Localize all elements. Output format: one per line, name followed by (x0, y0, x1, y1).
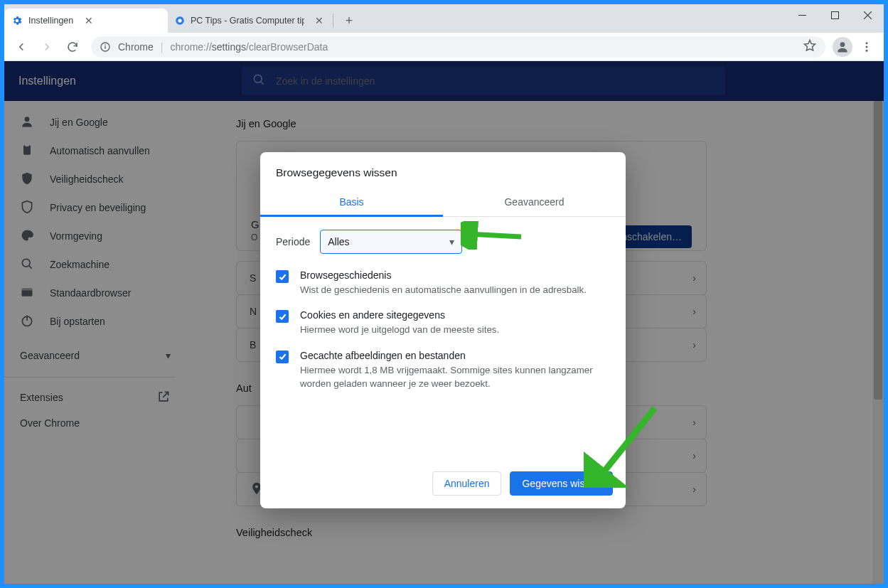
svg-point-11 (866, 46, 868, 48)
time-range-value: Alles (328, 236, 349, 247)
clear-browsing-data-dialog: Browsegegevens wissen Basis Geavanceerd … (260, 152, 626, 508)
back-button[interactable] (10, 36, 33, 58)
maximize-button[interactable] (818, 4, 851, 26)
svg-point-1 (178, 18, 181, 22)
tab-settings[interactable]: Instellingen ✕ (4, 9, 168, 33)
secure-chip: Chrome (118, 41, 154, 53)
svg-point-12 (866, 49, 868, 51)
option-cookies[interactable]: Cookies en andere sitegegevens Hiermee w… (276, 309, 610, 336)
option-desc: Wist de geschiedenis en automatische aan… (300, 283, 587, 296)
site-favicon-icon (175, 15, 185, 26)
profile-avatar[interactable] (833, 37, 852, 57)
dialog-tabs: Basis Geavanceerd (260, 189, 626, 217)
tab-basic[interactable]: Basis (260, 189, 443, 216)
tab-advanced[interactable]: Geavanceerd (443, 189, 626, 216)
url-text: chrome://settings/clearBrowserData (170, 41, 328, 53)
chevron-down-icon: ▾ (449, 236, 454, 247)
option-title: Cookies en andere sitegegevens (300, 309, 499, 321)
checkbox-checked-icon[interactable] (276, 351, 289, 363)
kebab-menu-button[interactable] (855, 36, 878, 58)
browser-toolbar: Chrome | chrome://settings/clearBrowserD… (4, 33, 884, 61)
close-icon[interactable]: ✕ (314, 15, 324, 26)
svg-rect-7 (105, 46, 105, 48)
reload-button[interactable] (61, 36, 84, 58)
cancel-button[interactable]: Annuleren (432, 471, 502, 496)
option-text: Browsegeschiedenis Wist de geschiedenis … (300, 269, 587, 296)
time-range-row: Periode Alles ▾ (276, 230, 610, 254)
time-range-label: Periode (276, 236, 310, 247)
tab-separator (333, 14, 333, 28)
browser-window: Instellingen ✕ PC Tips - Gratis Computer… (4, 4, 884, 584)
forward-button[interactable] (36, 36, 58, 58)
dialog-body: Periode Alles ▾ Browsegeschiedenis Wist … (260, 217, 626, 407)
svg-point-10 (866, 42, 868, 44)
checkbox-checked-icon[interactable] (276, 270, 289, 283)
option-title: Browsegeschiedenis (300, 269, 587, 281)
dialog-title: Browsegegevens wissen (260, 152, 626, 189)
page-content: Instellingen Jij en Google Automatisch a… (4, 61, 884, 584)
option-text: Gecachte afbeeldingen en bestanden Hierm… (300, 350, 610, 391)
plus-icon: + (346, 14, 353, 28)
tab-pctips[interactable]: PC Tips - Gratis Computer tips, in ✕ (168, 9, 331, 33)
info-icon (100, 41, 111, 53)
tab-title: Instellingen (28, 16, 73, 26)
svg-point-9 (840, 42, 845, 47)
option-cache[interactable]: Gecachte afbeeldingen en bestanden Hierm… (276, 350, 610, 391)
time-range-select[interactable]: Alles ▾ (320, 230, 462, 254)
option-title: Gecachte afbeeldingen en bestanden (300, 350, 610, 361)
option-desc: Hiermee wordt 1,8 MB vrijgemaakt. Sommig… (300, 363, 610, 391)
option-text: Cookies en andere sitegegevens Hiermee w… (300, 309, 499, 336)
bookmark-star-icon[interactable] (803, 38, 817, 55)
svg-rect-3 (831, 11, 838, 18)
new-tab-button[interactable]: + (339, 11, 359, 31)
address-bar[interactable]: Chrome | chrome://settings/clearBrowserD… (91, 36, 825, 58)
clear-data-button[interactable]: Gegevens wissen (510, 471, 613, 496)
checkbox-checked-icon[interactable] (276, 310, 289, 323)
option-desc: Hiermee word je uitgelogd van de meeste … (300, 323, 499, 336)
close-icon[interactable]: ✕ (83, 15, 95, 26)
tab-title: PC Tips - Gratis Computer tips, in (191, 16, 304, 26)
option-history[interactable]: Browsegeschiedenis Wist de geschiedenis … (276, 269, 610, 296)
close-window-button[interactable] (851, 4, 884, 26)
window-controls (786, 4, 884, 33)
tab-strip: Instellingen ✕ PC Tips - Gratis Computer… (4, 4, 884, 33)
gear-icon (11, 15, 23, 26)
svg-rect-8 (105, 44, 105, 45)
dialog-actions: Annuleren Gegevens wissen (260, 407, 626, 496)
minimize-button[interactable] (786, 4, 818, 26)
